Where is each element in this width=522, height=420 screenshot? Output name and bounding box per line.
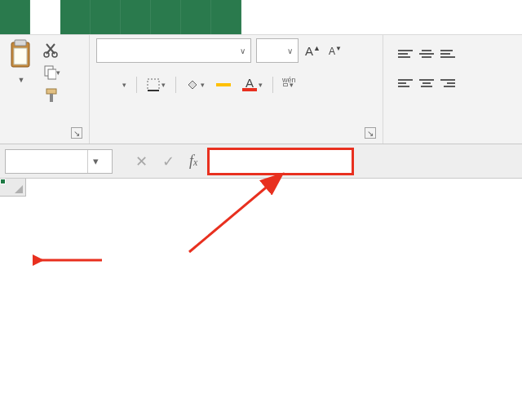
ribbon: ▼ ▾ ↘ ∨ <box>0 34 522 144</box>
cut-button[interactable] <box>42 42 60 58</box>
clipboard-launcher[interactable]: ↘ <box>71 127 82 139</box>
tab-insert[interactable] <box>60 0 91 34</box>
paint-bucket-icon <box>186 79 199 91</box>
align-middle-button[interactable] <box>419 42 434 58</box>
worksheet-grid[interactable] <box>0 179 522 420</box>
tab-data[interactable] <box>151 0 181 34</box>
tab-page-layout[interactable] <box>91 0 121 34</box>
font-launcher[interactable]: ↘ <box>365 127 376 139</box>
font-name-select[interactable]: ∨ <box>96 38 251 63</box>
annotation-arrow-1 <box>33 252 106 268</box>
border-icon <box>147 78 160 91</box>
svg-rect-7 <box>46 89 56 94</box>
border-button[interactable]: ▾ <box>145 77 167 93</box>
tab-formulas[interactable] <box>121 0 151 34</box>
font-color-button[interactable]: A▾ <box>241 76 264 93</box>
clipboard-icon <box>7 38 36 73</box>
fx-icon[interactable]: fx <box>189 153 197 170</box>
underline-button[interactable]: ▾ <box>119 79 128 91</box>
align-center-button[interactable] <box>419 71 434 87</box>
bold-button[interactable] <box>96 83 100 86</box>
paste-button[interactable]: ▼ <box>7 38 36 84</box>
scissors-icon <box>43 42 60 58</box>
align-left-button[interactable] <box>398 71 413 87</box>
decrease-font-button[interactable]: A▼ <box>327 43 343 59</box>
svg-rect-9 <box>148 79 159 91</box>
font-size-select[interactable]: ∨ <box>256 38 299 63</box>
copy-button[interactable]: ▾ <box>42 64 60 81</box>
chevron-down-icon: ∨ <box>287 46 293 55</box>
align-bottom-button[interactable] <box>440 42 455 58</box>
copy-icon <box>42 64 56 81</box>
tab-file[interactable] <box>0 0 30 34</box>
chevron-down-icon: ∨ <box>240 46 246 55</box>
tab-view[interactable] <box>211 0 241 34</box>
paste-dropdown-icon[interactable]: ▼ <box>18 76 25 84</box>
formula-bar: ▾ ✕ ✓ fx <box>0 144 522 179</box>
format-painter-button[interactable] <box>42 87 60 104</box>
name-box[interactable]: ▾ <box>5 149 113 174</box>
svg-line-12 <box>189 175 281 252</box>
ribbon-tabstrip <box>0 0 522 34</box>
tab-review[interactable] <box>181 0 211 34</box>
align-top-button[interactable] <box>398 42 413 58</box>
phonetic-guide-button[interactable]: ▾ <box>281 79 295 91</box>
svg-rect-2 <box>14 48 27 64</box>
svg-rect-1 <box>15 40 26 46</box>
annotation-arrow-2 <box>184 170 290 260</box>
name-box-dropdown[interactable]: ▾ <box>87 150 104 173</box>
formula-input[interactable] <box>207 148 354 175</box>
select-all-corner[interactable] <box>0 179 26 197</box>
increase-font-button[interactable]: A▲ <box>303 42 322 60</box>
brush-icon <box>43 87 60 104</box>
fill-color-swatch <box>215 82 232 88</box>
italic-button[interactable] <box>108 83 111 86</box>
align-right-button[interactable] <box>440 71 455 87</box>
cancel-formula-button[interactable]: ✕ <box>135 153 148 170</box>
svg-rect-8 <box>50 94 53 102</box>
svg-rect-6 <box>48 69 56 79</box>
tab-home[interactable] <box>30 0 60 34</box>
accept-formula-button[interactable]: ✓ <box>162 153 175 170</box>
name-box-input[interactable] <box>6 154 87 168</box>
fill-color-button[interactable]: ▾ <box>184 77 206 92</box>
